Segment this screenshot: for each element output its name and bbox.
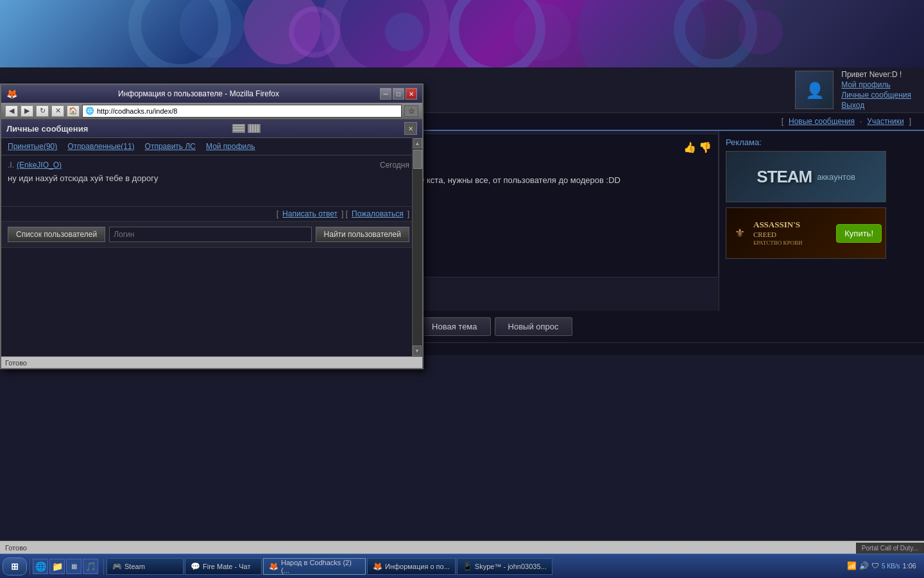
quick-launch: 🌐 📁 ▦ 🎵 <box>33 559 98 574</box>
pm-from-user[interactable]: (EnkeJIO_O) <box>17 161 62 170</box>
inner-forward-button[interactable]: ▶ <box>21 105 33 117</box>
taskbar-firemate[interactable]: 💬 Fire Mate - Чат <box>185 558 262 575</box>
pm-header: Личные сообщения ✕ <box>1 119 422 138</box>
bracket-left: [ <box>782 117 783 126</box>
pm-text: ну иди нахуй отсюда хуй тебе в дорогу <box>8 173 409 183</box>
firefox-taskbar-icon-1: 🦊 <box>269 562 278 571</box>
pm-reply-link[interactable]: Написать ответ <box>282 209 338 218</box>
modal-window: 🦊 Информация о пользователе - Mozilla Fi… <box>0 83 424 369</box>
explorer-icon[interactable]: 📁 <box>49 559 65 574</box>
pm-actions: [ Написать ответ ] [ Пожаловаться ] <box>1 207 422 222</box>
pm-scroll-thumb[interactable] <box>413 150 422 169</box>
clock: 1:06 <box>903 561 916 570</box>
assassin-creed-logo: ⚜ ASSASSIN'S CREED БРАТСТВО КРОВИ <box>730 217 803 249</box>
portal-cod-button[interactable]: Portal Call of Duty... <box>856 543 924 554</box>
logout-link[interactable]: Выход <box>841 101 911 110</box>
ad-label: Реклама: <box>726 137 918 147</box>
modal-status-bar: Готово <box>1 356 422 368</box>
pm-tab-send-new[interactable]: Отправить ЛС <box>145 142 196 151</box>
inner-back-button[interactable]: ◀ <box>5 105 18 117</box>
modal-controls: ─ □ ✕ <box>380 88 417 100</box>
nav-sep: · <box>860 117 862 126</box>
pm-tab-received[interactable]: Принятые(90) <box>8 142 57 151</box>
modal-titlebar: 🦊 Информация о пользователе - Mozilla Fi… <box>1 85 422 103</box>
ac-buy-button[interactable]: Купить! <box>836 224 882 243</box>
inner-browser-nav: ◀ ▶ ↻ ✕ 🏠 🌐 http://codhacks.ru/index/8 ☆ <box>1 103 422 119</box>
pm-complain-link[interactable]: Пожаловаться <box>352 209 404 218</box>
new-messages-link[interactable]: Новые сообщения <box>789 117 855 126</box>
profile-link[interactable]: Мой профиль <box>841 80 911 89</box>
new-poll-button[interactable]: Новый опрос <box>495 317 572 336</box>
pm-list-button[interactable]: Список пользователей <box>8 227 105 242</box>
taskbar-right: 📶 🔊 🛡 5 КВ/s 1:06 <box>847 561 921 570</box>
taskbar-separator-2 <box>103 558 104 575</box>
browser-status-bar: Готово <box>0 541 924 554</box>
inner-address-text: http://codhacks.ru/index/8 <box>97 107 177 115</box>
pm-tab-my-profile[interactable]: Мой профиль <box>206 142 255 151</box>
user-greeting: Привет Never:D ! <box>841 70 911 79</box>
forum-header <box>0 0 924 67</box>
pm-login-input[interactable] <box>109 227 311 242</box>
steam-taskbar-icon: 🎮 <box>112 562 122 571</box>
desktop-icon[interactable]: ▦ <box>66 559 81 574</box>
network-icon: 📶 <box>847 561 857 570</box>
pm-tabs: Принятые(90) Отправленные(11) Отправить … <box>1 138 422 155</box>
modal-status-text: Готово <box>5 359 27 367</box>
user-avatar: 👤 <box>795 71 834 109</box>
taskbar-separator-1 <box>30 558 30 575</box>
inner-address-bar[interactable]: 🌐 http://codhacks.ru/index/8 <box>82 105 402 118</box>
inner-home-button[interactable]: 🏠 <box>67 105 80 117</box>
pm-icon-2 <box>248 124 261 133</box>
members-link[interactable]: Участники <box>867 117 903 126</box>
systray-icons: 📶 🔊 🛡 5 КВ/s <box>847 561 900 570</box>
user-panel: 👤 Привет Never:D ! Мой профиль Личные со… <box>795 70 911 110</box>
taskbar-skype[interactable]: 📱 Skype™ - john03035... <box>457 558 552 575</box>
modal-close-button[interactable]: ✕ <box>406 88 417 100</box>
skype-taskbar-icon: 📱 <box>463 562 472 571</box>
new-topic-button[interactable]: Новая тема <box>418 317 490 336</box>
status-text: Готово <box>5 544 27 552</box>
user-links: Привет Never:D ! Мой профиль Личные сооб… <box>841 70 911 110</box>
media-icon[interactable]: 🎵 <box>83 559 98 574</box>
pm-empty-area <box>1 247 422 356</box>
firefox-taskbar-icon-2: 🦊 <box>373 562 382 571</box>
pm-message-header: .I. (EnkeJIO_O) Сегодня <box>8 161 409 170</box>
speed-text: 5 КВ/s <box>882 563 900 570</box>
pm-dialog: Личные сообщения ✕ Принятые(90) Отправле… <box>1 119 422 356</box>
pm-from: .I. (EnkeJIO_O) <box>8 161 62 170</box>
steam-logo: STEAM <box>757 167 812 187</box>
inner-stop-button[interactable]: ✕ <box>51 105 64 117</box>
pm-message-area: .I. (EnkeJIO_O) Сегодня ну иди нахуй отс… <box>1 155 422 207</box>
pm-scrollbar[interactable]: ▲ ▼ <box>412 137 422 356</box>
ie-icon[interactable]: 🌐 <box>33 559 48 574</box>
vote-up-icon[interactable]: 👍 <box>683 141 696 153</box>
modal-title: Информация о пользователе - Mozilla Fire… <box>118 89 279 98</box>
pm-header-icons <box>232 124 261 133</box>
pm-icon-1 <box>232 124 245 133</box>
modal-maximize-button[interactable]: □ <box>393 88 404 100</box>
start-button[interactable]: ⊞ <box>3 557 27 575</box>
right-sidebar: Реклама: STEAM аккаунтов ⚜ ASSASSIN'S CR… <box>719 131 924 311</box>
pm-find-button[interactable]: Найти пользователей <box>316 227 409 242</box>
taskbar-steam[interactable]: 🎮 Steam <box>107 558 184 575</box>
steam-ad-banner[interactable]: STEAM аккаунтов <box>726 151 886 202</box>
firemate-taskbar-icon: 💬 <box>191 562 200 571</box>
post-vote: 👍 👎 <box>683 141 712 153</box>
volume-icon: 🔊 <box>859 561 869 570</box>
messages-link[interactable]: Личные сообщения <box>841 91 911 100</box>
browser-window: 🦊 Народ в Codhacks (2) - Обо всем - Кури… <box>0 0 924 578</box>
pm-dialog-title: Личные сообщения <box>6 124 88 134</box>
vote-down-icon[interactable]: 👎 <box>699 141 712 153</box>
taskbar: ⊞ 🌐 📁 ▦ 🎵 🎮 Steam 💬 Fire Mate - Чат 🦊 На… <box>0 554 924 578</box>
pm-close-icon[interactable]: ✕ <box>404 122 417 135</box>
steam-subtext: аккаунтов <box>817 172 855 182</box>
inner-star-button[interactable]: ☆ <box>404 105 418 117</box>
assassin-creed-ad[interactable]: ⚜ ASSASSIN'S CREED БРАТСТВО КРОВИ Купить… <box>726 207 886 259</box>
taskbar-codhacks[interactable]: 🦊 Народ в Codhacks (2) (... <box>263 558 366 575</box>
taskbar-info[interactable]: 🦊 Информация о по... <box>367 558 456 575</box>
pm-date: Сегодня <box>380 161 409 170</box>
pm-tab-sent[interactable]: Отправленные(11) <box>67 142 134 151</box>
inner-reload-button[interactable]: ↻ <box>36 105 49 117</box>
modal-minimize-button[interactable]: ─ <box>380 88 391 100</box>
bracket-right: ] <box>909 117 911 126</box>
